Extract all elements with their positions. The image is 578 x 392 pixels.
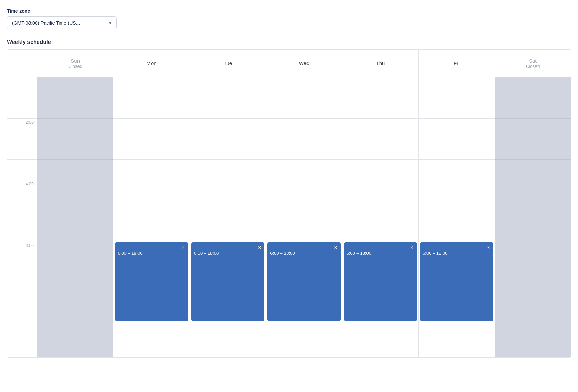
timezone-select[interactable]: (GMT-08:00) Pacific Time (US... ▾ [7, 16, 117, 29]
time-row-7 [7, 283, 37, 331]
day-column-mon: Mon × 6:00 – 18:00 [113, 50, 190, 357]
wed-close-icon[interactable]: × [334, 245, 337, 251]
thu-event[interactable]: × 6:00 – 18:00 [344, 242, 417, 321]
tue-body: × 6:00 – 18:00 [190, 77, 266, 357]
thu-body: × 6:00 – 18:00 [342, 77, 418, 357]
tue-event[interactable]: × 6:00 – 18:00 [191, 242, 264, 321]
day-column-wed: Wed × 6:00 – 18:00 [266, 50, 342, 357]
wed-day-name: Wed [299, 60, 310, 66]
mon-day-name: Mon [147, 60, 157, 66]
time-column: 2:00 4:00 6:00 [7, 50, 37, 357]
fri-event[interactable]: × 6:00 – 18:00 [420, 242, 493, 321]
day-header-wed: Wed [266, 50, 342, 77]
day-column-tue: Tue × 6:00 – 18:00 [190, 50, 266, 357]
wed-body: × 6:00 – 18:00 [266, 77, 342, 357]
day-column-sat: Sat Closed [495, 50, 571, 357]
sun-day-name: Sun [71, 58, 80, 64]
time-label-6: 6:00 [26, 243, 34, 248]
fri-day-name: Fri [454, 60, 460, 66]
weekly-schedule-section: Weekly schedule 2:00 4:00 [7, 39, 571, 358]
time-row-5 [7, 221, 37, 242]
weekly-schedule-label: Weekly schedule [7, 39, 571, 45]
day-column-fri: Fri × 6:00 – 18:00 [419, 50, 495, 357]
sun-body [37, 77, 113, 357]
sat-day-name: Sat [529, 58, 537, 64]
timezone-value: (GMT-08:00) Pacific Time (US... [12, 20, 80, 26]
fri-body: × 6:00 – 18:00 [419, 77, 494, 357]
day-header-sun: Sun Closed [37, 50, 113, 77]
thu-close-icon[interactable]: × [410, 245, 413, 251]
time-row-2: 2:00 [7, 118, 37, 159]
time-label-2: 2:00 [26, 119, 34, 125]
time-label-4: 4:00 [26, 181, 34, 186]
timezone-section: Time zone (GMT-08:00) Pacific Time (US..… [7, 8, 571, 29]
day-column-thu: Thu × 6:00 – 18:00 [342, 50, 419, 357]
tue-event-time: 6:00 – 18:00 [194, 250, 262, 256]
day-header-thu: Thu [342, 50, 418, 77]
day-header-tue: Tue [190, 50, 266, 77]
day-column-sun: Sun Closed [37, 50, 113, 357]
time-row-0 [7, 77, 37, 118]
thu-day-name: Thu [376, 60, 385, 66]
wed-event-time: 6:00 – 18:00 [270, 250, 338, 256]
chevron-down-icon: ▾ [109, 20, 111, 26]
sat-body [495, 77, 571, 357]
day-header-mon: Mon [113, 50, 189, 77]
sun-closed-text: Closed [68, 64, 82, 69]
mon-event-time: 6:00 – 18:00 [118, 250, 185, 256]
day-header-sat: Sat Closed [495, 50, 571, 77]
fri-event-time: 6:00 – 18:00 [423, 250, 490, 256]
mon-body: × 6:00 – 18:00 [113, 77, 189, 357]
mon-close-icon[interactable]: × [182, 245, 185, 251]
thu-event-time: 6:00 – 18:00 [347, 250, 414, 256]
tue-day-name: Tue [224, 60, 232, 66]
timezone-label: Time zone [7, 8, 571, 14]
time-row-6: 6:00 [7, 242, 37, 283]
mon-event[interactable]: × 6:00 – 18:00 [115, 242, 188, 321]
schedule-grid: 2:00 4:00 6:00 Sun [7, 49, 571, 358]
day-header-fri: Fri [419, 50, 494, 77]
time-row-4: 4:00 [7, 180, 37, 221]
tue-close-icon[interactable]: × [258, 245, 261, 251]
wed-event[interactable]: × 6:00 – 18:00 [267, 242, 340, 321]
fri-close-icon[interactable]: × [486, 245, 490, 251]
time-row-3 [7, 159, 37, 180]
sat-closed-text: Closed [526, 64, 540, 69]
